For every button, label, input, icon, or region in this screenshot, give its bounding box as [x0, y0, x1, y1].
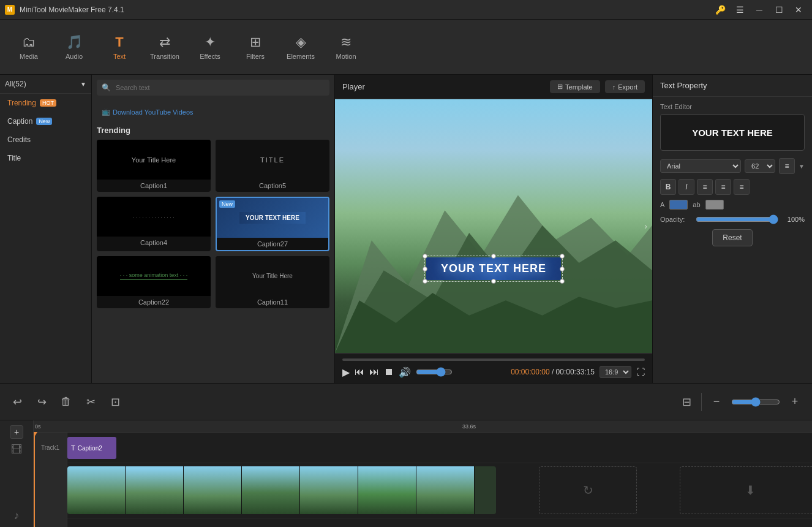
close-button[interactable]: ✕ — [790, 4, 807, 16]
cut-button[interactable]: ✂ — [81, 392, 100, 412]
caption-thumb-caption27: New YOUR TEXT HERE — [217, 198, 328, 238]
export-button[interactable]: ↑ Export — [605, 80, 645, 93]
align-left-button[interactable]: ≡ — [697, 179, 713, 195]
toolbar-effects[interactable]: ✦ Effects — [189, 26, 231, 69]
download-youtube-btn[interactable]: 📺 Download YouTube Videos — [97, 105, 329, 118]
text-color-swatch[interactable] — [705, 200, 724, 210]
text-color-swatch-container[interactable] — [705, 200, 724, 210]
video-clip[interactable] — [67, 466, 496, 514]
caption-card-caption1[interactable]: Your Title Here Caption1 — [97, 140, 211, 192]
timeline-tracks: Track1 T Caption2 — [34, 433, 812, 527]
player-video: YOUR TEXT HERE › — [335, 99, 652, 353]
caption-card-caption4[interactable]: · · · · · · · · · · · · · · Caption4 — [97, 197, 211, 251]
prev-frame-button[interactable]: ⏮ — [355, 366, 364, 377]
minimize-button[interactable]: 🔑 — [712, 4, 729, 16]
play-button[interactable]: ▶ — [342, 366, 350, 378]
zoom-out-button[interactable]: − — [707, 392, 726, 412]
panel-title: Text Property — [653, 75, 812, 97]
delete-button[interactable]: 🗑 — [56, 392, 76, 412]
window-controls: 🔑 ☰ ─ ☐ ✕ — [712, 4, 807, 16]
title-label: Title — [7, 154, 21, 162]
restore-button[interactable]: ─ — [751, 4, 768, 16]
toolbar-audio[interactable]: 🎵 Audio — [53, 26, 96, 69]
color-swatch[interactable] — [669, 200, 688, 210]
color-swatch-container[interactable] — [669, 200, 688, 210]
italic-button[interactable]: I — [679, 179, 694, 195]
aspect-ratio-select[interactable]: 16:9 9:16 1:1 — [600, 366, 631, 378]
sidebar-header: All(52) ▼ — [0, 75, 91, 94]
motion-icon: ≋ — [340, 34, 351, 50]
caption-badge: New — [36, 118, 52, 125]
placeholder-block-1: ↻ — [539, 466, 637, 514]
opacity-slider[interactable] — [696, 214, 778, 224]
maximize-button[interactable]: ☐ — [770, 4, 788, 16]
caption-card-label-caption11: Caption11 — [216, 296, 329, 308]
align-right-button[interactable]: ≡ — [734, 179, 750, 195]
time-and-aspect: 00:00:00:00 / 00:00:33:15 16:9 9:16 1:1 … — [511, 366, 645, 378]
video-frame-end — [475, 466, 496, 514]
sidebar-item-caption[interactable]: Caption New — [0, 112, 91, 131]
redo-button[interactable]: ↪ — [32, 392, 51, 412]
zoom-in-button[interactable]: + — [785, 392, 805, 412]
expand-arrow[interactable]: › — [644, 221, 647, 231]
export-label: Export — [618, 83, 637, 91]
film-icon[interactable]: 🎞 — [11, 444, 22, 457]
media-icon: 🗂 — [22, 34, 36, 50]
trending-section-title: Trending — [97, 123, 329, 140]
toolbar-text[interactable]: T Text — [98, 26, 141, 69]
toolbar-media[interactable]: 🗂 Media — [7, 26, 50, 69]
separator — [701, 393, 702, 411]
music-note-icon[interactable]: ♪ — [14, 509, 20, 522]
zoom-slider[interactable] — [731, 397, 780, 407]
audio-track-row — [34, 518, 812, 527]
bottom-tools-left: ↩ ↪ 🗑 ✂ ⊡ — [7, 392, 125, 412]
bottom-toolbar: ↩ ↪ 🗑 ✂ ⊡ ⊟ − + — [0, 383, 812, 420]
new-badge: New — [219, 200, 235, 208]
reset-button[interactable]: Reset — [712, 229, 752, 246]
fullscreen-button[interactable]: ⛶ — [636, 367, 645, 377]
text-preview-box[interactable]: YOUR TEXT HERE — [660, 114, 805, 151]
search-bar[interactable]: 🔍 — [97, 80, 329, 96]
timeline-controls: + 🎞 ♪ — [0, 420, 34, 527]
timeline-main: 0s 33.6s Track1 T Caption2 — [34, 420, 812, 527]
ruler-end: 33.6s — [462, 423, 476, 430]
sidebar-item-credits[interactable]: Credits — [0, 131, 91, 149]
video-text-overlay: YOUR TEXT HERE — [441, 262, 546, 275]
caption-card-caption22[interactable]: · · · some animation text · · · Caption2… — [97, 256, 211, 308]
player-controls: ▶ ⏮ ⏭ ⏹ 🔊 00:00:00:00 / 00:00:33:15 16:9 — [335, 353, 652, 383]
undo-button[interactable]: ↩ — [7, 392, 27, 412]
player-buttons: ⊞ Template ↑ Export — [550, 80, 645, 93]
caption-track-item[interactable]: T Caption2 — [67, 437, 116, 459]
next-frame-button[interactable]: ⏭ — [369, 366, 379, 377]
caption-card-caption5[interactable]: TITLE Caption5 — [216, 140, 329, 192]
stop-button[interactable]: ⏹ — [384, 366, 394, 377]
add-track-button[interactable]: + — [10, 425, 23, 439]
split-button[interactable]: ⊟ — [677, 392, 696, 412]
sidebar-item-trending[interactable]: Trending HOT — [0, 94, 91, 112]
video-frame-3 — [184, 466, 242, 514]
toolbar-motion[interactable]: ≋ Motion — [325, 26, 367, 69]
volume-slider[interactable] — [416, 367, 453, 377]
caption-card-caption11[interactable]: Your Title Here Caption11 — [216, 256, 329, 308]
volume-button[interactable]: 🔊 — [399, 366, 411, 378]
app-logo: M — [5, 5, 15, 15]
bold-button[interactable]: B — [660, 179, 676, 195]
menu-button[interactable]: ☰ — [731, 4, 748, 16]
progress-bar[interactable] — [342, 358, 645, 361]
size-select[interactable]: 62 48 36 — [745, 159, 775, 173]
list-align-button[interactable]: ≡ — [779, 158, 795, 174]
caption-card-caption27[interactable]: New YOUR TEXT HERE Caption27 — [216, 197, 329, 251]
template-button[interactable]: ⊞ Template — [550, 80, 600, 93]
caption-grid: Your Title Here Caption1 TITLE Caption5 … — [97, 140, 329, 308]
crop-button[interactable]: ⊡ — [105, 392, 125, 412]
align-center-button[interactable]: ≡ — [715, 179, 731, 195]
toolbar-transition[interactable]: ⇄ Transition — [143, 26, 186, 69]
toolbar-filters[interactable]: ⊞ Filters — [234, 26, 277, 69]
toolbar-elements[interactable]: ◈ Elements — [279, 26, 322, 69]
search-input[interactable] — [116, 84, 325, 91]
sidebar-item-title[interactable]: Title — [0, 149, 91, 167]
font-select[interactable]: Arial Times New Roman — [660, 159, 741, 173]
sidebar-count: All(52) — [5, 80, 26, 88]
template-icon: ⊞ — [557, 83, 563, 91]
color-row: A ab — [660, 200, 805, 210]
